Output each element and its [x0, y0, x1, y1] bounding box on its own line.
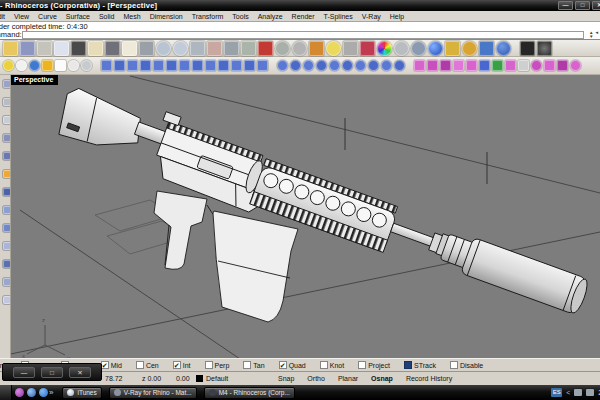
brush-select-icon[interactable] — [207, 41, 222, 56]
zoom-window-icon[interactable] — [156, 41, 171, 56]
osnap-cen[interactable]: Cen — [136, 361, 159, 369]
osnap-perp-checkbox[interactable] — [205, 361, 213, 369]
osnap-strack-checkbox[interactable] — [404, 361, 412, 369]
tsplines-frame-icon[interactable] — [414, 60, 425, 71]
osnap-project[interactable]: Project — [358, 361, 390, 369]
menu-help[interactable]: Help — [390, 13, 404, 20]
tsplines-smooth-icon[interactable] — [257, 60, 268, 71]
cut-icon[interactable] — [71, 41, 86, 56]
overlay-close-button[interactable]: ✕ — [69, 367, 91, 378]
help-icon[interactable] — [496, 41, 511, 56]
quick-launch-messenger-icon[interactable] — [15, 388, 24, 397]
explode-star-icon[interactable] — [42, 60, 53, 71]
menu-surface[interactable]: Surface — [66, 13, 90, 20]
osnap-quad[interactable]: ✔Quad — [279, 361, 306, 369]
render-icon[interactable] — [258, 41, 273, 56]
menu-edit[interactable]: Edit — [0, 13, 5, 20]
menu-tsplines[interactable]: T-Splines — [324, 13, 353, 20]
gear-icon[interactable] — [411, 41, 426, 56]
print-icon[interactable] — [37, 41, 52, 56]
command-input[interactable] — [22, 31, 584, 39]
osnap-int[interactable]: ✔Int — [173, 361, 191, 369]
left-tool-2-icon[interactable] — [3, 98, 11, 106]
osnap-strack[interactable]: STrack — [404, 361, 436, 369]
osnap-cen-checkbox[interactable] — [136, 361, 144, 369]
tsplines-flower-icon[interactable] — [570, 60, 581, 71]
osnap-project-checkbox[interactable] — [358, 361, 366, 369]
left-tool-4-icon[interactable] — [3, 134, 11, 142]
tsplines-sweep-icon[interactable] — [329, 60, 340, 71]
osnap-dot-blue-icon[interactable] — [29, 60, 40, 71]
command-scroll-down-icon[interactable]: ▼ — [589, 35, 593, 39]
tsplines-revolve-icon[interactable] — [316, 60, 327, 71]
tsplines-grid-icon[interactable] — [440, 60, 451, 71]
lightbulb-icon[interactable] — [326, 41, 341, 56]
ring-icon[interactable] — [68, 60, 79, 71]
tsplines-weld-icon[interactable] — [192, 60, 203, 71]
status-mode-recordhistory[interactable]: Record History — [406, 375, 452, 382]
quick-launch-more-icon[interactable]: » — [49, 389, 53, 397]
left-tool-5-icon[interactable] — [3, 152, 11, 160]
move-icon[interactable] — [139, 41, 154, 56]
perspective-viewport[interactable]: Perspective — [11, 75, 600, 358]
tsplines-offset-icon[interactable] — [355, 60, 366, 71]
tsplines-symmetry-icon[interactable] — [381, 60, 392, 71]
command-collapse-icon[interactable]: ◄ — [595, 31, 599, 39]
vray-shield-icon[interactable] — [360, 41, 375, 56]
tsplines-radiate-icon[interactable] — [394, 60, 405, 71]
rotate-view-icon[interactable] — [224, 41, 239, 56]
options-gear-icon[interactable] — [462, 41, 477, 56]
left-tool-8-icon[interactable] — [3, 206, 11, 214]
paste-icon[interactable] — [88, 41, 103, 56]
left-tool-10-icon[interactable] — [3, 242, 11, 250]
tsplines-thicken-icon[interactable] — [368, 60, 379, 71]
tsplines-edit-icon[interactable] — [453, 60, 464, 71]
tsplines-bevel-icon[interactable] — [153, 60, 164, 71]
status-mode-osnap[interactable]: Osnap — [371, 375, 393, 382]
gray-sphere-icon[interactable] — [394, 41, 409, 56]
funnel-icon[interactable] — [445, 41, 460, 56]
undo-icon[interactable] — [105, 41, 120, 56]
tsplines-wing-icon[interactable] — [544, 60, 555, 71]
menu-dimension[interactable]: Dimension — [150, 13, 183, 20]
tsplines-manipulator-icon[interactable] — [466, 60, 477, 71]
tsplines-convert-icon[interactable] — [479, 41, 494, 56]
diamond-icon[interactable] — [55, 60, 66, 71]
tsplines-subdivide-icon[interactable] — [166, 60, 177, 71]
tsplines-box-icon[interactable] — [101, 60, 112, 71]
quick-launch-sphere-icon[interactable] — [27, 388, 36, 397]
menu-curve[interactable]: Curve — [38, 13, 57, 20]
tsplines-checker-icon[interactable] — [518, 60, 529, 71]
tsplines-cylinder-icon[interactable] — [114, 60, 125, 71]
tsplines-point-edit-icon[interactable] — [505, 60, 516, 71]
chain-links-icon[interactable] — [309, 41, 324, 56]
copy-icon[interactable] — [54, 41, 69, 56]
tray-network-icon[interactable] — [586, 389, 594, 396]
task-m4-rhinoceros-corp-[interactable]: M4 - Rhinoceros (Corp... — [204, 387, 295, 399]
left-tool-3-icon[interactable] — [3, 116, 11, 124]
osnap-disable-checkbox[interactable] — [450, 361, 458, 369]
osnap-mid[interactable]: ✔Mid — [101, 361, 122, 369]
lock-icon[interactable] — [343, 41, 358, 56]
tsplines-sphere-icon[interactable] — [277, 60, 288, 71]
left-tool-12-icon[interactable] — [3, 278, 11, 286]
osnap-tan-checkbox[interactable] — [243, 361, 251, 369]
quick-launch-ie-icon[interactable] — [39, 388, 48, 397]
overlay-restore-button[interactable]: □ — [41, 367, 63, 378]
menu-vray[interactable]: V-Ray — [362, 13, 381, 20]
current-layer[interactable]: Default — [206, 375, 228, 382]
status-mode-ortho[interactable]: Ortho — [307, 375, 325, 382]
tsplines-bridge-icon[interactable] — [231, 60, 242, 71]
tsplines-extrude-icon[interactable] — [127, 60, 138, 71]
left-tool-6-icon[interactable] — [3, 170, 11, 178]
tsplines-retopo-icon[interactable] — [427, 60, 438, 71]
tsplines-axis-icon[interactable] — [492, 60, 503, 71]
close-button[interactable]: ✕ — [592, 1, 600, 10]
osnap-knot-checkbox[interactable] — [320, 361, 328, 369]
save-icon[interactable] — [20, 41, 35, 56]
task-v-ray-for-rhino-mat-[interactable]: V-Ray for Rhino - Mat... — [109, 387, 197, 399]
maximize-button[interactable]: □ — [575, 1, 590, 10]
osnap-tan[interactable]: Tan — [243, 361, 264, 369]
menu-analyze[interactable]: Analyze — [258, 13, 283, 20]
task-itunes[interactable]: iTunes — [62, 387, 101, 399]
